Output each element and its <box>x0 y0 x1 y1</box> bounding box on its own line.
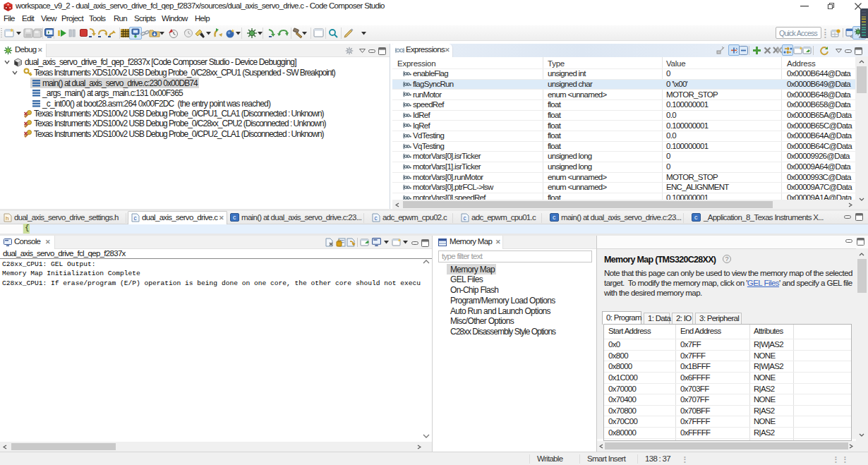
svg-text:h: h <box>6 215 8 222</box>
svg-text:c: c <box>233 214 236 221</box>
svg-text:c: c <box>694 214 698 221</box>
svg-text:c: c <box>463 215 466 222</box>
svg-text:c: c <box>133 215 137 222</box>
svg-text:c: c <box>374 215 378 222</box>
svg-text:c: c <box>553 214 556 221</box>
